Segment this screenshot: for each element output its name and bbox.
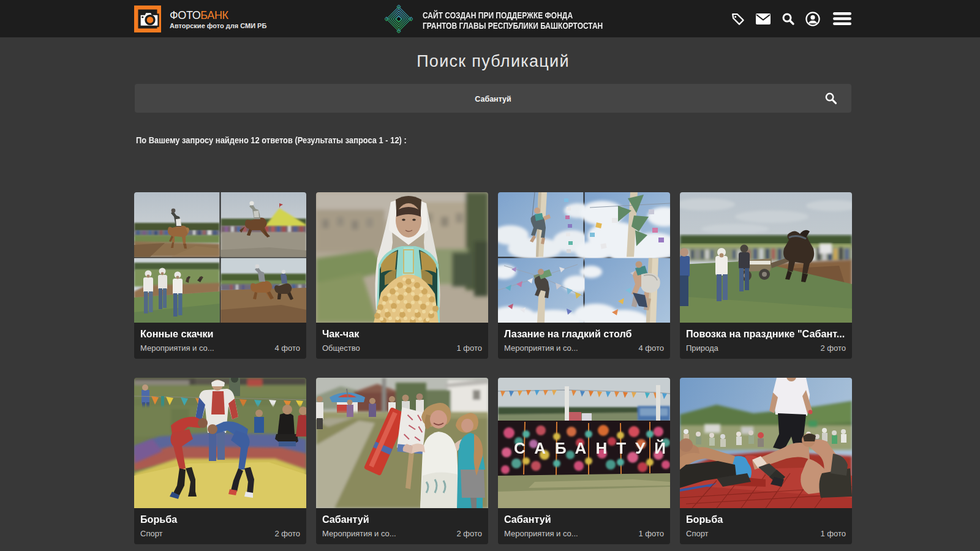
svg-text:САБАНТУЙ: САБАНТУЙ [514,439,670,457]
